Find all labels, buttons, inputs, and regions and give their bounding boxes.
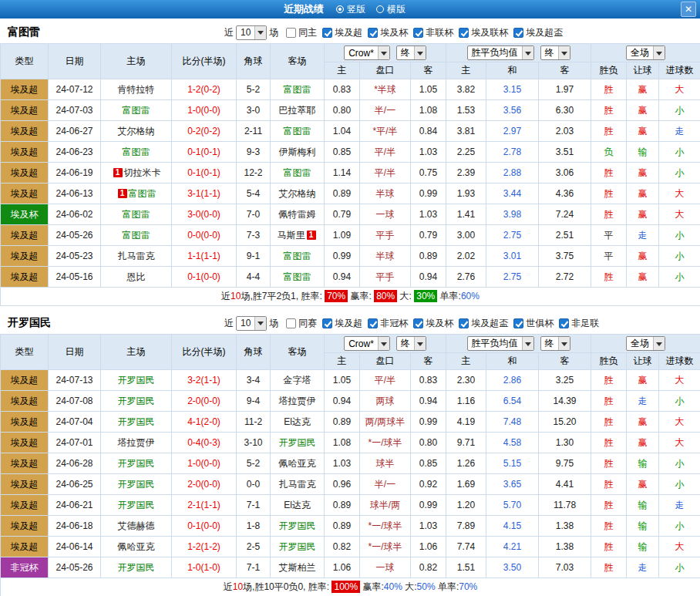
filter-checkbox[interactable]: 非足联 bbox=[559, 317, 599, 330]
checkbox-unchecked-icon bbox=[286, 318, 296, 328]
home-team-cell: 开罗国民 bbox=[101, 370, 172, 391]
filter-checkbox[interactable]: 埃及杯 bbox=[413, 317, 453, 330]
chevron-down-icon bbox=[522, 46, 533, 59]
avg-home-odds: 2.39 bbox=[446, 163, 486, 184]
wdl-result: 负 bbox=[591, 142, 627, 163]
avg-draw-odds: 3.44 bbox=[486, 184, 539, 204]
filter-checkbox[interactable]: 非联杯 bbox=[413, 26, 453, 39]
avg-draw-odds: 2.78 bbox=[486, 142, 539, 163]
col-header-wdl: 胜负 bbox=[591, 62, 627, 79]
scope-select[interactable]: 全场 bbox=[626, 336, 665, 351]
summary-segment: 赢率: bbox=[348, 291, 374, 301]
goals-result: 大 bbox=[659, 184, 700, 204]
avg-draw-odds: 5.70 bbox=[486, 495, 539, 516]
avg-home-odds: 2.76 bbox=[446, 267, 486, 288]
layout-portrait-radio[interactable]: 竖版 bbox=[336, 3, 365, 16]
avg-stage-select[interactable]: 终 bbox=[540, 45, 570, 60]
home-team-cell: 开罗国民 bbox=[101, 453, 172, 474]
handicap-result: 赢 bbox=[627, 474, 659, 495]
summary-segment: 80% bbox=[374, 290, 397, 302]
goals-result: 小 bbox=[659, 474, 700, 495]
home-team-cell: 艾德赫德 bbox=[101, 516, 172, 537]
filter-checkbox[interactable]: 埃及杯 bbox=[368, 26, 408, 39]
avg-stage-select[interactable]: 终 bbox=[540, 336, 570, 351]
summary-segment: 10 bbox=[233, 581, 243, 592]
home-team-cell: 扎马雷克 bbox=[101, 246, 172, 267]
layout-landscape-radio[interactable]: 横版 bbox=[376, 3, 406, 16]
team-name-text: 富图雷 bbox=[284, 251, 311, 261]
page-title: 近期战绩 bbox=[284, 2, 324, 16]
away-odds: 0.89 bbox=[411, 246, 446, 267]
filter-checkbox[interactable]: 同主 bbox=[286, 26, 317, 39]
filter-checkbox[interactable]: 非冠杯 bbox=[368, 317, 408, 330]
filter-checkbox[interactable]: 埃及超 bbox=[322, 317, 362, 330]
col-header-goals: 进球数 bbox=[659, 353, 700, 370]
wdl-result: 胜 bbox=[591, 495, 627, 516]
match-row: 埃及超24-07-03富图雷1-0(0-0)3-0巴拉萃耶0.80半/一1.08… bbox=[1, 100, 700, 121]
odds-stage-select[interactable]: 终 bbox=[396, 45, 426, 60]
filters-bar: 近 10 场 同赛埃及超非冠杯埃及杯埃及超盃世俱杯非足联 bbox=[222, 316, 599, 331]
handicap-result: 走 bbox=[627, 557, 659, 578]
avg-odds-select[interactable]: 胜平负均值 bbox=[467, 45, 534, 60]
match-score: 2-0(0-0) bbox=[172, 474, 237, 495]
handicap: *一/球半 bbox=[360, 516, 411, 537]
avg-home-odds: 7.74 bbox=[446, 537, 486, 557]
home-team-cell: 开罗国民 bbox=[101, 495, 172, 516]
bookmaker-select[interactable]: Crow* bbox=[344, 45, 390, 60]
avg-away-odds: 7.03 bbox=[539, 557, 591, 578]
wdl-result: 胜 bbox=[591, 79, 627, 100]
odds-stage-select[interactable]: 终 bbox=[396, 336, 426, 351]
match-count-select[interactable]: 10 bbox=[236, 316, 267, 331]
avg-stage-value: 终 bbox=[545, 46, 554, 59]
summary-segment: 大: bbox=[397, 291, 414, 301]
home-odds: 0.80 bbox=[325, 100, 360, 121]
avg-odds-select[interactable]: 胜平负均值 bbox=[467, 336, 534, 351]
filter-checkbox[interactable]: 埃及联杯 bbox=[459, 26, 508, 39]
match-row: 埃及超24-05-23扎马雷克1-1(1-1)9-1富图雷0.99半球0.892… bbox=[1, 246, 700, 267]
handicap: 半球 bbox=[360, 184, 411, 204]
match-row: 埃及超24-06-25开罗国民2-0(0-0)0-0扎马雷克0.96半/一0.9… bbox=[1, 474, 700, 495]
away-team-cell: 巴拉萃耶 bbox=[271, 100, 325, 121]
match-score: 0-0(0-0) bbox=[172, 225, 237, 246]
away-odds: 0.83 bbox=[411, 370, 446, 391]
match-type: 埃及超 bbox=[1, 100, 49, 121]
filter-checkbox[interactable]: 埃及超盃 bbox=[513, 26, 563, 39]
chevron-down-icon bbox=[522, 337, 533, 350]
handicap-result: 赢 bbox=[627, 79, 659, 100]
team-name-text: 艾德赫德 bbox=[118, 520, 155, 531]
match-count-select[interactable]: 10 bbox=[236, 25, 267, 40]
home-team-cell: 富图雷 bbox=[101, 100, 172, 121]
wdl-result: 胜 bbox=[591, 453, 627, 474]
close-button[interactable]: ✕ bbox=[681, 2, 696, 17]
team-name-text: 恩比 bbox=[127, 271, 146, 282]
match-row: 埃及超24-06-18艾德赫德0-1(0-0)1-8开罗国民0.89*一/球半1… bbox=[1, 516, 700, 537]
filter-checkbox[interactable]: 埃及超 bbox=[322, 26, 362, 39]
match-score: 1-2(1-2) bbox=[172, 537, 237, 557]
match-date: 24-06-14 bbox=[49, 537, 101, 557]
match-type: 埃及杯 bbox=[1, 204, 49, 225]
home-team-cell: 1切拉米卡 bbox=[101, 163, 172, 184]
away-team-cell: 佩哈亚克 bbox=[271, 453, 325, 474]
bookmaker-select[interactable]: Crow* bbox=[344, 336, 390, 351]
match-type: 埃及超 bbox=[1, 121, 49, 142]
chevron-down-icon bbox=[414, 337, 426, 350]
goals-result: 大 bbox=[659, 433, 700, 453]
corner-score: 5-2 bbox=[237, 453, 271, 474]
team-name-text: 艾尔格纳 bbox=[279, 188, 316, 199]
scope-select[interactable]: 全场 bbox=[626, 45, 665, 60]
team-name-text: 开罗国民 bbox=[279, 541, 316, 552]
away-team-cell: 佩特雷姆 bbox=[271, 204, 325, 225]
away-odds: 1.03 bbox=[411, 516, 446, 537]
match-row: 埃及超24-06-131富图雷3-1(1-1)5-4艾尔格纳0.89半球0.99… bbox=[1, 184, 700, 204]
match-date: 24-06-18 bbox=[49, 516, 101, 537]
away-team-cell: 伊斯梅利 bbox=[271, 142, 325, 163]
filter-checkbox[interactable]: 同赛 bbox=[286, 317, 317, 330]
avg-stage-value: 终 bbox=[545, 337, 554, 350]
filter-checkbox[interactable]: 世俱杯 bbox=[513, 317, 554, 330]
col-header-score: 比分(半场) bbox=[172, 335, 237, 370]
avg-draw-odds: 3.98 bbox=[486, 204, 539, 225]
avg-away-odds: 3.75 bbox=[539, 246, 591, 267]
col-header-ah-result: 让球 bbox=[627, 353, 659, 370]
col-header-home-odds: 主 bbox=[325, 62, 360, 79]
filter-checkbox[interactable]: 埃及超盃 bbox=[459, 317, 508, 330]
